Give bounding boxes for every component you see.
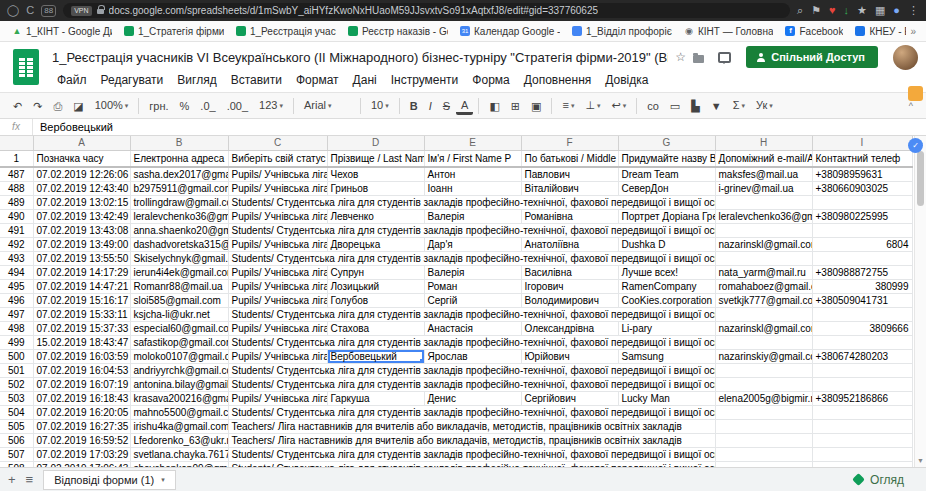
cell[interactable]: Анастасія bbox=[424, 321, 521, 335]
cell[interactable] bbox=[715, 307, 812, 321]
cell[interactable] bbox=[812, 335, 912, 349]
cell[interactable]: 380999 bbox=[812, 279, 912, 293]
cell[interactable]: +380509041731 bbox=[812, 293, 912, 307]
column-header[interactable]: A bbox=[33, 136, 130, 150]
header-cell[interactable]: Виберіть свій статус і св bbox=[228, 150, 327, 167]
input-tools-select[interactable]: Ук▾ bbox=[751, 96, 778, 115]
cell[interactable]: Іоанн bbox=[424, 181, 521, 195]
strikethrough-button[interactable]: S bbox=[438, 97, 455, 115]
menu-item[interactable]: Дані bbox=[346, 71, 384, 89]
cell[interactable] bbox=[715, 405, 812, 419]
cell[interactable]: Students/ Студентська ліга для студентів… bbox=[228, 461, 715, 467]
cell[interactable] bbox=[812, 307, 912, 321]
cell[interactable] bbox=[812, 195, 912, 209]
header-cell[interactable]: Ім'я / First Name P bbox=[424, 150, 521, 167]
cell[interactable]: Students/ Студентська ліга для студентів… bbox=[228, 223, 715, 237]
bookmark-item[interactable]: fFacebook bbox=[779, 24, 849, 39]
text-color-button[interactable]: A bbox=[456, 96, 473, 115]
header-cell[interactable]: Контактний телеф bbox=[812, 150, 912, 167]
zoom-select[interactable]: 100%▾ bbox=[90, 96, 134, 115]
italic-button[interactable]: I bbox=[424, 97, 437, 115]
bookmark-item[interactable]: ◉КІНТ — Головна bbox=[678, 24, 779, 39]
column-header[interactable]: D bbox=[327, 136, 424, 150]
header-cell[interactable]: Допоміжний e-mail/Additi bbox=[715, 150, 812, 167]
increase-decimal-button[interactable]: .00_ bbox=[222, 97, 253, 115]
cell[interactable]: Students/ Студентська ліга для студентів… bbox=[228, 405, 715, 419]
row-header[interactable]: 503 bbox=[0, 391, 33, 405]
cell[interactable]: Li-pary bbox=[618, 321, 715, 335]
cell[interactable]: Ігорович bbox=[521, 279, 618, 293]
column-header[interactable]: I bbox=[812, 136, 912, 150]
cell[interactable]: +38098959631 bbox=[812, 167, 912, 182]
cell[interactable]: Олександрівна bbox=[521, 321, 618, 335]
cell[interactable]: dashadvoretska315@gm bbox=[130, 237, 228, 251]
cell[interactable]: Pupils/ Учнівська ліга дл bbox=[228, 237, 327, 251]
cell[interactable]: especial60@gmail.com bbox=[130, 321, 228, 335]
cell[interactable]: Юрійович bbox=[521, 349, 618, 363]
cell[interactable]: 3809666 bbox=[812, 321, 912, 335]
formula-input[interactable]: Вербовецький bbox=[33, 119, 113, 135]
cell[interactable]: Samsung bbox=[618, 349, 715, 363]
cell[interactable]: Дар'я bbox=[424, 237, 521, 251]
heart-icon[interactable]: ♥ bbox=[829, 0, 836, 21]
explore-button[interactable]: Огляд bbox=[854, 473, 918, 487]
cell[interactable]: 07.02.2019 17:03:29 bbox=[33, 447, 130, 461]
cell[interactable]: Лозицький bbox=[327, 279, 424, 293]
cell[interactable]: romahaboez@gmail.com bbox=[715, 279, 812, 293]
cell[interactable]: Сергійович bbox=[521, 391, 618, 405]
browser-tiles-icon[interactable]: 88 bbox=[41, 5, 56, 17]
cell[interactable]: Students/ Студентська ліга для студентів… bbox=[228, 363, 715, 377]
sheet-tab[interactable]: Відповіді форми (1) ▾ bbox=[43, 470, 176, 490]
comment-icon[interactable] bbox=[718, 52, 731, 63]
cell[interactable]: Ярослав bbox=[424, 349, 521, 363]
cell[interactable]: Pupils/ Учнівська ліга дл bbox=[228, 265, 327, 279]
row-header[interactable]: 491 bbox=[0, 223, 33, 237]
menu-item[interactable]: Файл bbox=[50, 71, 94, 89]
cell[interactable]: Чехов bbox=[327, 167, 424, 182]
cell[interactable]: Валерія bbox=[424, 209, 521, 223]
cell[interactable]: Students/ Студентська ліга для студентів… bbox=[228, 335, 715, 349]
header-cell[interactable]: Придумайте назву Вашо bbox=[618, 150, 715, 167]
flag-icon[interactable]: ⚑ bbox=[811, 0, 821, 21]
row-header[interactable]: 496 bbox=[0, 293, 33, 307]
cell[interactable]: 07.02.2019 17:06:43 bbox=[33, 461, 130, 467]
bookmark-item[interactable]: КНЕУ - Електронний bbox=[849, 24, 906, 39]
bookmarks-overflow-icon[interactable]: » bbox=[906, 26, 920, 37]
cell[interactable]: Pupils/ Учнівська ліга дл bbox=[228, 209, 327, 223]
column-header[interactable]: E bbox=[424, 136, 521, 150]
cell[interactable]: Students/ Студентська ліга для студентів… bbox=[228, 195, 715, 209]
cell[interactable]: +380674280203 bbox=[812, 349, 912, 363]
cell[interactable]: CooKies.corporation bbox=[618, 293, 715, 307]
functions-select[interactable]: Σ▾ bbox=[728, 96, 750, 115]
cell[interactable]: nazarinskl@gmail.com bbox=[715, 237, 812, 251]
column-header[interactable]: B bbox=[130, 136, 228, 150]
cell[interactable]: sloi585@gmail.com bbox=[130, 293, 228, 307]
cell[interactable]: b2975911@gmail.com bbox=[130, 181, 228, 195]
cell[interactable]: +380952186866 bbox=[812, 391, 912, 405]
row-header[interactable]: 501 bbox=[0, 363, 33, 377]
cell[interactable]: Lfedorenko_63@ukr.net bbox=[130, 433, 228, 447]
bookmark-item[interactable]: 31Календар Google - bbox=[454, 24, 566, 39]
cell[interactable]: leralevchenko36@gmail.c bbox=[715, 209, 812, 223]
menu-item[interactable]: Вигляд bbox=[170, 71, 223, 89]
cell[interactable]: andriyyrchk@gmail.com bbox=[130, 363, 228, 377]
bookmark-item[interactable]: 1_Стратегія фірми- bbox=[118, 24, 230, 39]
row-header[interactable]: 495 bbox=[0, 279, 33, 293]
cell[interactable]: 07.02.2019 16:18:43 bbox=[33, 391, 130, 405]
row-header[interactable]: 497 bbox=[0, 307, 33, 321]
horizontal-align-select[interactable]: ≡▾ bbox=[557, 96, 579, 115]
cell[interactable] bbox=[715, 363, 812, 377]
cell[interactable]: nazarinskl@gmail.com bbox=[715, 321, 812, 335]
profile-icon[interactable]: ● bbox=[893, 0, 900, 21]
floating-blue-extension-icon[interactable]: ✓ bbox=[908, 138, 923, 153]
cell[interactable]: 07.02.2019 12:43:40 bbox=[33, 181, 130, 195]
cell[interactable]: svetlana.chayka.7617@g bbox=[130, 447, 228, 461]
cell[interactable]: trollingdraw@gmail.com bbox=[130, 195, 228, 209]
cell[interactable]: 07.02.2019 12:26:06 bbox=[33, 167, 130, 182]
cell[interactable]: Валерія bbox=[424, 265, 521, 279]
all-sheets-icon[interactable]: ≡ bbox=[26, 469, 34, 491]
browser-home-icon[interactable]: ◯ bbox=[7, 0, 19, 21]
menu-item[interactable]: Формат bbox=[289, 71, 346, 89]
cell[interactable]: nazarinskiy@gmail.com bbox=[715, 349, 812, 363]
cell[interactable]: Дворецька bbox=[327, 237, 424, 251]
